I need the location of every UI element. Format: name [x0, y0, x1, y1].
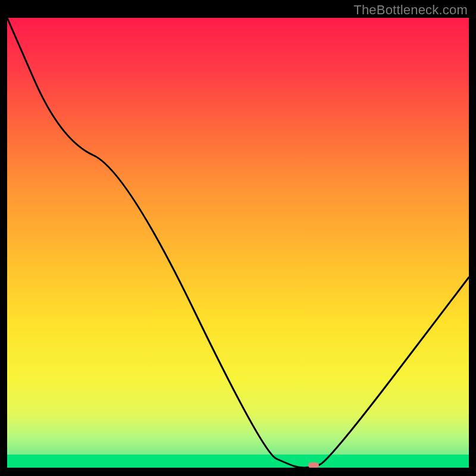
- plot-area: [7, 18, 469, 468]
- curve-svg: [7, 18, 469, 468]
- optimal-point-marker: [308, 462, 319, 468]
- bottleneck-curve: [7, 18, 469, 468]
- watermark-text: TheBottleneck.com: [353, 2, 468, 18]
- chart-frame: TheBottleneck.com: [0, 0, 476, 476]
